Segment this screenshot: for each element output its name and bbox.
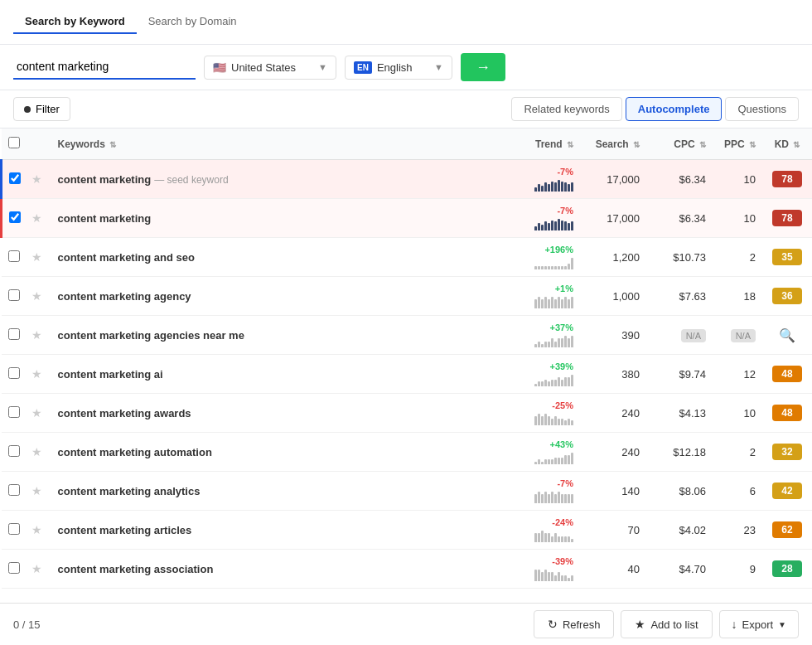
cpc-sort-icon: ⇅ [699, 140, 706, 149]
star-icon[interactable]: ★ [31, 562, 42, 575]
row-checkbox[interactable] [8, 367, 20, 379]
col-trend[interactable]: Trend ⇅ [481, 129, 580, 160]
mini-bar [564, 182, 567, 192]
star-icon[interactable]: ★ [31, 289, 42, 303]
mini-bar [534, 266, 537, 269]
mini-bar [564, 536, 567, 542]
keyword-text: content marketing [58, 212, 152, 225]
ppc-value: 12 [713, 355, 762, 394]
row-checkbox[interactable] [8, 289, 20, 301]
col-kd[interactable]: KD ⇅ [762, 129, 812, 160]
table-container: Keywords ⇅ Trend ⇅ Search ⇅ CPC ⇅ [0, 129, 812, 614]
mini-bar [558, 419, 560, 425]
kd-value: 48 [762, 394, 812, 433]
mini-bar [551, 338, 553, 347]
col-cpc[interactable]: CPC ⇅ [646, 129, 713, 160]
mini-bar [538, 570, 540, 581]
star-icon[interactable]: ★ [31, 484, 42, 497]
star-icon[interactable]: ★ [31, 328, 42, 342]
tab-by-keyword[interactable]: Search by Keyword [13, 10, 137, 34]
star-icon[interactable]: ★ [31, 523, 42, 536]
star-icon[interactable]: ★ [31, 172, 42, 186]
search-volume: 17,000 [580, 199, 646, 238]
refresh-button[interactable]: ↻ Refresh [534, 610, 615, 638]
cpc-value: $6.34 [646, 199, 713, 238]
questions-button[interactable]: Questions [725, 97, 799, 121]
keyword-type-buttons: Related keywords Autocomplete Questions [511, 97, 799, 121]
cpc-value: $9.74 [646, 355, 713, 394]
search-go-button[interactable]: → [461, 53, 505, 81]
export-button[interactable]: ↓ Export ▼ [719, 610, 799, 638]
mini-bar [541, 344, 544, 347]
row-checkbox[interactable] [8, 562, 20, 574]
select-all-checkbox[interactable] [8, 137, 20, 148]
row-checkbox[interactable] [9, 211, 21, 223]
autocomplete-button[interactable]: Autocomplete [626, 97, 723, 121]
col-keywords[interactable]: Keywords ⇅ [51, 129, 481, 160]
mini-bar [568, 578, 570, 581]
search-volume: 140 [580, 472, 646, 511]
col-search[interactable]: Search ⇅ [580, 129, 646, 160]
trend-value: -24% [487, 517, 573, 527]
keyword-text: content marketing agencies near me [58, 329, 244, 342]
row-checkbox[interactable] [8, 328, 20, 340]
filter-button[interactable]: Filter [13, 97, 70, 121]
table-row: ★content marketing ai+39%380$9.741248 [2, 355, 813, 394]
row-checkbox[interactable] [8, 406, 20, 418]
mini-bar [538, 533, 540, 542]
mini-bar [538, 381, 540, 386]
add-to-list-button[interactable]: ★ Add to list [621, 610, 712, 638]
star-icon[interactable]: ★ [31, 250, 42, 264]
keyword-search-input[interactable] [13, 55, 196, 80]
row-checkbox[interactable] [9, 172, 21, 184]
mini-bar [564, 494, 567, 503]
tab-by-domain[interactable]: Search by Domain [137, 10, 249, 34]
search-volume: 390 [580, 316, 646, 355]
country-dropdown[interactable]: 🇺🇸 United States ▼ [204, 56, 336, 80]
kd-value: 🔍 [762, 316, 812, 355]
search-icon: 🔍 [779, 328, 795, 342]
trend-mini-bars [487, 217, 573, 230]
mini-bar [551, 536, 553, 542]
mini-bar [551, 182, 553, 192]
ppc-value: N/A [713, 316, 762, 355]
mini-bar [548, 416, 550, 425]
row-checkbox[interactable] [8, 250, 20, 262]
mini-bar [561, 221, 563, 230]
mini-bar [558, 536, 560, 542]
tabs-container: Search by Keyword Search by Domain [13, 10, 249, 34]
mini-bar [564, 575, 567, 581]
ppc-value: 18 [713, 277, 762, 316]
trend-value: +43% [487, 439, 573, 449]
col-ppc[interactable]: PPC ⇅ [713, 129, 762, 160]
cpc-value: $8.06 [646, 472, 713, 511]
row-checkbox[interactable] [8, 445, 20, 457]
filter-label: Filter [36, 103, 60, 115]
mini-bar [554, 266, 557, 269]
mini-bar [554, 575, 557, 581]
mini-bar [551, 459, 553, 464]
trend-mini-bars [487, 373, 573, 386]
trend-value: +1% [487, 284, 573, 293]
search-volume: 40 [580, 550, 646, 589]
row-checkbox[interactable] [8, 523, 20, 535]
star-icon[interactable]: ★ [31, 406, 42, 419]
row-checkbox[interactable] [8, 484, 20, 496]
mini-bar [534, 384, 537, 386]
mini-bar [548, 223, 550, 230]
language-dropdown[interactable]: EN English ▼ [345, 56, 452, 80]
language-name: English [377, 61, 413, 74]
mini-bar [568, 184, 570, 192]
mini-bar [561, 299, 563, 308]
mini-bar [538, 184, 540, 192]
keyword-text: content marketing awards [58, 407, 191, 419]
mini-bar [564, 266, 567, 269]
trend-mini-bars [487, 256, 573, 269]
mini-bar [571, 375, 573, 386]
related-keywords-button[interactable]: Related keywords [511, 97, 621, 121]
star-icon[interactable]: ★ [31, 445, 42, 458]
star-icon[interactable]: ★ [31, 211, 42, 225]
trend-mini-bars [487, 568, 573, 581]
keyword-text: content marketing automation [58, 446, 212, 458]
star-icon[interactable]: ★ [31, 367, 42, 381]
